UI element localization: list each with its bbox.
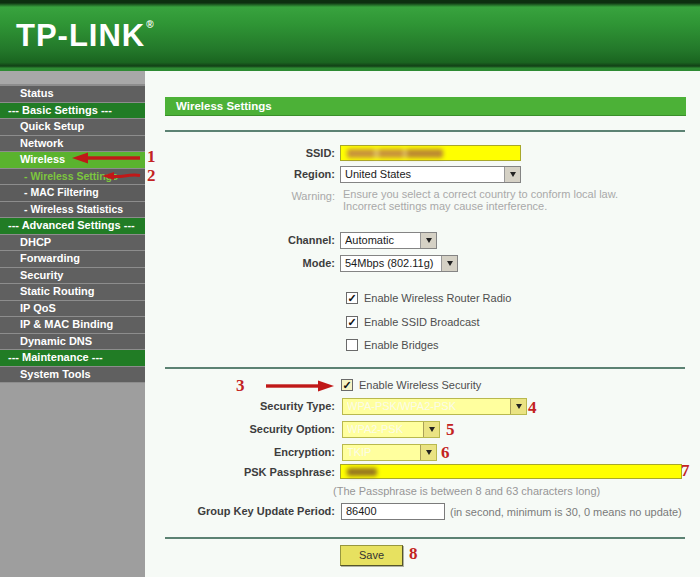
divider-top <box>165 130 685 132</box>
warning-line-2: Incorrect settings may cause interferenc… <box>343 201 547 212</box>
channel-select[interactable]: Automatic <box>340 232 437 249</box>
enable-bridges-checkbox[interactable] <box>346 339 358 351</box>
psk-passphrase-input[interactable] <box>340 464 682 479</box>
sidebar-item-system-tools[interactable]: System Tools <box>0 366 145 383</box>
logo-text: TP-LINK <box>16 18 145 53</box>
chevron-down-icon[interactable] <box>420 445 436 460</box>
annotation-number-6: 6 <box>441 444 450 461</box>
ssid-input[interactable] <box>340 145 521 161</box>
encryption-value: TKIP <box>347 445 419 460</box>
mode-select[interactable]: 54Mbps (802.11g) <box>340 255 458 272</box>
sidebar-item-wireless-statistics[interactable]: - Wireless Statistics <box>0 201 145 218</box>
sidebar-item-ip-mac-binding[interactable]: IP & MAC Binding <box>0 316 145 333</box>
tp-link-logo: TP-LINK® <box>16 18 155 54</box>
region-label: Region: <box>145 166 335 182</box>
annotation-arrow-1 <box>70 150 142 166</box>
security-option-select[interactable]: WPA2-PSK <box>342 421 440 438</box>
sidebar-section-basic-settings: --- Basic Settings --- <box>0 102 145 119</box>
sidebar-section-maintenance: --- Maintenance --- <box>0 349 145 366</box>
chevron-down-icon[interactable] <box>423 422 439 437</box>
enable-wireless-security-checkbox[interactable] <box>341 379 353 391</box>
security-type-label: Security Type: <box>145 398 335 414</box>
warning-label: Warning: <box>145 188 335 204</box>
encryption-select[interactable]: TKIP <box>342 444 437 461</box>
chevron-down-icon[interactable] <box>504 167 520 182</box>
save-button[interactable]: Save <box>340 545 403 566</box>
annotation-number-7: 7 <box>681 462 690 479</box>
enable-ssid-broadcast-label: Enable SSID Broadcast <box>364 316 480 329</box>
sidebar-item-network[interactable]: Network <box>0 135 145 152</box>
annotation-number-2: 2 <box>147 167 156 184</box>
channel-value: Automatic <box>345 233 419 248</box>
annotation-number-5: 5 <box>446 421 455 438</box>
annotation-number-3: 3 <box>236 377 245 394</box>
chevron-down-icon[interactable] <box>510 399 526 414</box>
security-type-select[interactable]: WPA-PSK/WPA2-PSK <box>342 398 527 415</box>
psk-passphrase-note: (The Passphrase is between 8 and 63 char… <box>333 486 600 497</box>
sidebar-section-advanced-settings: --- Advanced Settings --- <box>0 217 145 234</box>
warning-line-1: Ensure you select a correct country to c… <box>343 189 618 200</box>
chevron-down-icon[interactable] <box>420 233 436 248</box>
enable-wireless-security-label: Enable Wireless Security <box>359 379 481 392</box>
router-admin-page: TP-LINK® Status --- Basic Settings --- Q… <box>0 0 700 577</box>
annotation-number-8: 8 <box>409 545 418 562</box>
sidebar-top-strip <box>0 71 145 85</box>
enable-wireless-router-radio-label: Enable Wireless Router Radio <box>364 292 511 305</box>
security-type-value: WPA-PSK/WPA2-PSK <box>347 399 509 414</box>
encryption-label: Encryption: <box>145 444 335 460</box>
annotation-arrow-2 <box>100 169 142 183</box>
divider-middle <box>165 367 685 369</box>
security-option-label: Security Option: <box>145 421 335 437</box>
main-content: Wireless Settings SSID: Region: United S… <box>145 71 700 577</box>
channel-label: Channel: <box>145 232 335 248</box>
region-select[interactable]: United States <box>340 166 521 183</box>
region-value: United States <box>345 167 503 182</box>
group-key-update-period-input[interactable]: 86400 <box>341 503 445 520</box>
sidebar-item-mac-filtering[interactable]: - MAC Filtering <box>0 184 145 201</box>
divider-bottom <box>165 537 685 539</box>
mode-label: Mode: <box>145 255 335 271</box>
enable-wireless-router-radio-checkbox[interactable] <box>346 292 358 304</box>
security-option-value: WPA2-PSK <box>347 422 422 437</box>
psk-passphrase-label: PSK Passphrase: <box>145 464 335 480</box>
sidebar-item-status[interactable]: Status <box>0 85 145 102</box>
group-key-update-period-label: Group Key Update Period: <box>145 503 335 520</box>
sidebar-item-quick-setup[interactable]: Quick Setup <box>0 118 145 135</box>
annotation-number-1: 1 <box>147 148 156 165</box>
sidebar-item-static-routing[interactable]: Static Routing <box>0 283 145 300</box>
ssid-label: SSID: <box>145 145 335 161</box>
group-key-update-period-note: (in second, minimum is 30, 0 means no up… <box>450 507 682 518</box>
mode-value: 54Mbps (802.11g) <box>345 256 440 271</box>
sidebar-item-dhcp[interactable]: DHCP <box>0 234 145 251</box>
annotation-number-4: 4 <box>528 399 537 416</box>
sidebar-item-forwarding[interactable]: Forwarding <box>0 250 145 267</box>
ssid-redacted-value <box>347 149 443 158</box>
sidebar-filler <box>0 382 145 562</box>
sidebar-item-security[interactable]: Security <box>0 267 145 284</box>
registered-mark: ® <box>146 19 154 30</box>
chevron-down-icon[interactable] <box>441 256 457 271</box>
annotation-arrow-3 <box>262 378 336 394</box>
psk-redacted-value <box>347 468 377 476</box>
top-banner: TP-LINK® <box>0 0 700 71</box>
page-title: Wireless Settings <box>165 97 686 116</box>
enable-ssid-broadcast-checkbox[interactable] <box>346 316 358 328</box>
sidebar-item-dynamic-dns[interactable]: Dynamic DNS <box>0 333 145 350</box>
sidebar-nav: Status --- Basic Settings --- Quick Setu… <box>0 71 145 577</box>
enable-bridges-label: Enable Bridges <box>364 339 439 352</box>
sidebar-item-ip-qos[interactable]: IP QoS <box>0 300 145 317</box>
